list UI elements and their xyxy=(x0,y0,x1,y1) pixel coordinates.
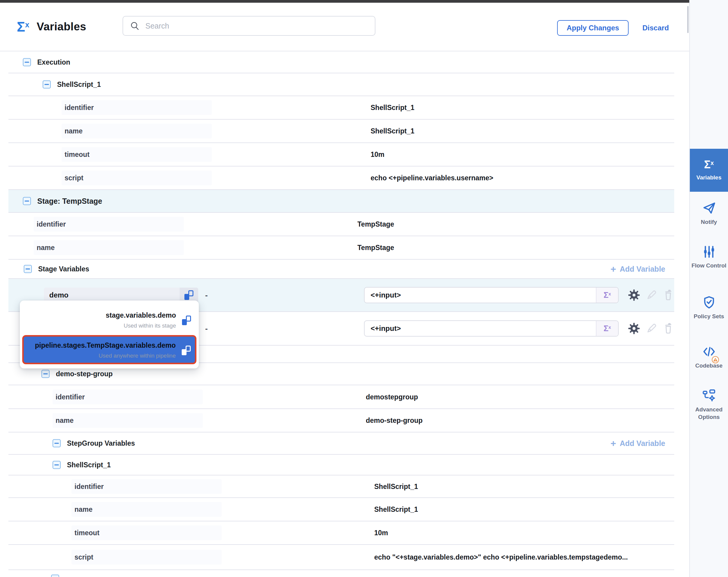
expression-scope-hint: Used anywhere within pipeline xyxy=(35,352,176,359)
sliders-icon xyxy=(702,245,716,259)
collapse-icon[interactable] xyxy=(43,80,51,89)
field-value: demo-step-group xyxy=(366,417,422,425)
field-label: identifier xyxy=(61,100,212,115)
panel-header: Σx Variables Apply Changes Discard xyxy=(0,3,689,51)
field-label: identifier xyxy=(34,217,184,232)
group-label: ShellScript_1 xyxy=(57,80,101,89)
copy-icon[interactable] xyxy=(182,346,191,355)
collapse-icon[interactable] xyxy=(24,265,32,273)
page-title: Variables xyxy=(37,20,86,33)
field-value: echo "<+stage.variables.demo>" echo <+pi… xyxy=(374,553,628,561)
delete-trash-icon[interactable] xyxy=(662,289,674,301)
settings-gear-icon[interactable] xyxy=(627,322,641,335)
field-label: name xyxy=(72,502,222,517)
field-value: TempStage xyxy=(357,220,394,228)
sigma-icon: Σx xyxy=(17,20,29,34)
field-label: name xyxy=(61,124,212,139)
copy-icon xyxy=(184,290,193,300)
variable-expression-popup: stage.variables.demo Used within its sta… xyxy=(20,301,199,369)
field-label: identifier xyxy=(72,479,222,494)
plus-icon: + xyxy=(610,438,616,448)
settings-gear-icon[interactable] xyxy=(627,288,641,302)
search-box[interactable] xyxy=(123,16,375,36)
group-label: StepGroup Variables xyxy=(67,440,135,448)
collapse-icon[interactable] xyxy=(51,575,59,577)
sidebar-item-advanced-options[interactable]: Advanced Options xyxy=(690,388,728,421)
flowchart-gear-icon xyxy=(702,388,716,403)
group-row-stage-tempstage[interactable]: Stage: TempStage xyxy=(8,190,674,213)
sidebar-item-label: Flow Control xyxy=(691,262,726,269)
field-value: echo <+pipeline.variables.username> xyxy=(371,174,493,182)
field-value: demostepgroup xyxy=(366,393,418,401)
variable-name: demo xyxy=(44,291,180,299)
collapse-icon[interactable] xyxy=(53,461,61,469)
field-row: timeout 10m xyxy=(8,521,674,545)
field-label: name xyxy=(53,413,203,428)
field-label: timeout xyxy=(72,526,222,540)
group-label: ShellScript_1 xyxy=(67,461,111,469)
field-value: 10m xyxy=(371,151,384,159)
runtime-input-type-button[interactable]: Σx xyxy=(596,321,618,336)
edit-pencil-icon[interactable] xyxy=(645,322,658,335)
group-row-shellscript-nested[interactable]: ShellScript_1 xyxy=(8,455,674,475)
edit-pencil-icon[interactable] xyxy=(645,288,658,302)
variable-value-input[interactable]: <+input> Σx xyxy=(364,287,619,303)
expression-option-pipeline-scope-selected[interactable]: pipeline.stages.TempStage.variables.demo… xyxy=(22,335,197,364)
field-label: script xyxy=(61,171,212,185)
sigma-icon: Σx xyxy=(704,159,714,170)
field-value: ShellScript_1 xyxy=(374,505,418,513)
sidebar-item-flow-control[interactable]: Flow Control xyxy=(690,245,728,269)
field-label: timeout xyxy=(61,147,212,162)
field-row: name ShellScript_1 xyxy=(8,120,674,143)
expression-text: pipeline.stages.TempStage.variables.demo xyxy=(35,342,176,350)
sidebar-item-label: Notify xyxy=(701,218,717,226)
pipeline-tools-sidebar: Σx Variables Notify Flow Control Policy … xyxy=(689,0,728,577)
group-label: Stage: TempStage xyxy=(37,197,102,205)
group-row-stage-variables[interactable]: Stage Variables + Add Variable xyxy=(8,260,674,279)
variable-description: - xyxy=(205,324,208,333)
shield-check-icon xyxy=(702,295,716,309)
collapse-icon[interactable] xyxy=(42,370,50,378)
scrollbar-thumb[interactable] xyxy=(687,6,688,33)
field-value: ShellScript_1 xyxy=(371,127,414,135)
field-value: ShellScript_1 xyxy=(374,482,418,491)
variables-panel: { "header": { "title": "Variables", "sea… xyxy=(0,0,728,577)
variable-value-input[interactable]: <+input> Σx xyxy=(364,320,619,336)
group-label: demo-step-group xyxy=(56,370,113,378)
group-label: Execution xyxy=(37,58,70,66)
collapse-icon[interactable] xyxy=(53,440,61,448)
collapse-icon[interactable] xyxy=(23,197,31,205)
group-row-shellscript[interactable]: ShellScript_1 xyxy=(8,73,674,96)
runtime-input-type-button[interactable]: Σx xyxy=(596,287,618,303)
paper-plane-icon xyxy=(702,201,716,215)
group-row-execution[interactable]: Execution xyxy=(8,51,674,73)
sidebar-item-variables[interactable]: Σx Variables xyxy=(690,149,728,192)
discard-button[interactable]: Discard xyxy=(641,20,671,36)
sidebar-item-notify[interactable]: Notify xyxy=(690,201,728,226)
field-row: name demo-step-group xyxy=(8,409,674,432)
add-variable-button[interactable]: + Add Variable xyxy=(610,438,665,448)
delete-trash-icon[interactable] xyxy=(662,323,674,334)
field-row: identifier TempStage xyxy=(8,213,674,236)
field-value: TempStage xyxy=(357,244,394,252)
window-top-bar xyxy=(0,0,689,3)
field-row: identifier demostepgroup xyxy=(8,385,674,409)
sidebar-item-policy-sets[interactable]: Policy Sets xyxy=(690,295,728,320)
search-input[interactable] xyxy=(145,21,375,31)
field-row: identifier ShellScript_1 xyxy=(8,96,674,120)
sidebar-item-label: Advanced Options xyxy=(690,406,728,421)
add-variable-button[interactable]: + Add Variable xyxy=(610,264,665,274)
variable-description: - xyxy=(205,291,208,300)
sidebar-item-label: Policy Sets xyxy=(694,312,724,320)
plus-icon: + xyxy=(610,264,616,274)
field-row: script echo <+pipeline.variables.usernam… xyxy=(8,167,674,190)
sidebar-item-codebase[interactable]: Codebase xyxy=(690,344,728,369)
field-row: name ShellScript_1 xyxy=(8,498,674,521)
group-row-stepgroup-variables[interactable]: StepGroup Variables + Add Variable xyxy=(8,432,674,455)
group-label: Stage Variables xyxy=(38,265,89,273)
collapse-icon[interactable] xyxy=(23,58,31,66)
apply-changes-button[interactable]: Apply Changes xyxy=(557,20,629,36)
copy-icon[interactable] xyxy=(182,316,191,325)
expression-option-stage-scope[interactable]: stage.variables.demo Used within its sta… xyxy=(22,303,197,335)
field-label: identifier xyxy=(53,390,203,404)
